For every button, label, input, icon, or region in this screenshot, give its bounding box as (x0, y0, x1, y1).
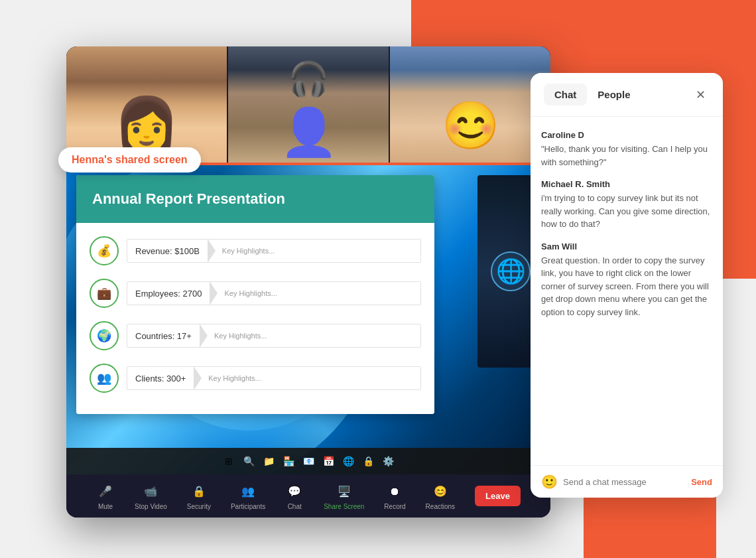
countries-metric: Countries: 17+ Key Highlights... (127, 324, 421, 348)
taskbar-search-icon: 🔍 (241, 454, 256, 468)
message-michael: Michael R. Smith i'm trying to to copy s… (541, 179, 712, 231)
stop-video-button[interactable]: 📹 Stop Video (135, 482, 167, 510)
record-button[interactable]: ⏺ Record (384, 482, 405, 510)
share-screen-icon: 🖥️ (335, 482, 353, 501)
screen-share-label: Henna's shared screen (58, 147, 201, 173)
message-text-sam: Great question. In order to copy the sur… (541, 254, 712, 319)
taskbar-calendar-icon: 📅 (321, 454, 336, 468)
mute-label: Mute (98, 503, 113, 510)
close-button[interactable]: ✕ (691, 86, 710, 104)
video-thumbnail-row (66, 46, 550, 163)
record-label: Record (384, 503, 405, 510)
message-caroline: Caroline D "Hello, thank you for visitin… (541, 130, 712, 169)
chat-messages-container: Caroline D "Hello, thank you for visitin… (531, 117, 723, 465)
reactions-label: Reactions (426, 503, 455, 510)
taskbar-edge-icon: 🌐 (341, 454, 355, 468)
taskbar-explorer-icon: 📁 (261, 454, 276, 468)
revenue-metric: Revenue: $100B Key Highlights... (127, 239, 421, 263)
tab-chat[interactable]: Chat (544, 84, 587, 105)
main-video-window: Annual Report Presentation 💰 Revenue: $1… (66, 46, 550, 518)
taskbar-start-icon: ⊞ (221, 454, 236, 468)
message-author-sam: Sam Will (541, 242, 712, 251)
chat-input-area: 🙂 Send (531, 465, 723, 498)
slide-row-clients: 👥 Clients: 300+ Key Highlights... (90, 361, 421, 395)
countries-arrow (200, 324, 208, 348)
security-label: Security (187, 503, 211, 510)
countries-label: Countries: 17+ (127, 331, 200, 341)
chat-panel: Chat People ✕ Caroline D "Hello, thank y… (531, 73, 723, 498)
employees-arrow (210, 281, 218, 305)
participants-label: Participants (231, 503, 265, 510)
countries-highlights: Key Highlights... (208, 332, 420, 340)
reactions-icon: 😊 (431, 482, 450, 501)
stop-video-label: Stop Video (135, 503, 167, 510)
clients-icon: 👥 (90, 364, 119, 393)
revenue-label: Revenue: $100B (127, 246, 208, 256)
countries-icon: 🌍 (90, 321, 119, 350)
win11-desktop: Annual Report Presentation 💰 Revenue: $1… (66, 165, 550, 474)
chat-message-input[interactable] (563, 477, 686, 487)
message-author-caroline: Caroline D (541, 130, 712, 140)
tab-people[interactable]: People (587, 84, 641, 105)
slide-row-employees: 💼 Employees: 2700 Key Highlights... (90, 276, 421, 311)
slide-row-countries: 🌍 Countries: 17+ Key Highlights... (90, 318, 421, 353)
slide-row-revenue: 💰 Revenue: $100B Key Highlights... (90, 234, 421, 268)
clients-label: Clients: 300+ (127, 374, 194, 384)
stop-video-icon: 📹 (141, 482, 160, 501)
presentation-slide: Annual Report Presentation 💰 Revenue: $1… (76, 175, 434, 414)
chat-header: Chat People ✕ (531, 73, 723, 117)
slide-content: 💰 Revenue: $100B Key Highlights... 💼 Emp… (76, 223, 434, 414)
video-thumb-1 (66, 46, 228, 163)
leave-button[interactable]: Leave (475, 486, 521, 506)
participants-icon: 👥 (239, 482, 257, 501)
revenue-arrow (208, 239, 216, 263)
meeting-toolbar: 🎤 Mute 📹 Stop Video 🔒 Security 👥 Partici… (66, 474, 550, 518)
shared-screen-area: Annual Report Presentation 💰 Revenue: $1… (66, 165, 550, 474)
chat-label: Chat (288, 503, 302, 510)
security-icon: 🔒 (190, 482, 208, 501)
message-text-michael: i'm trying to to copy survey link but it… (541, 192, 712, 231)
emoji-button[interactable]: 🙂 (541, 474, 558, 490)
revenue-highlights: Key Highlights... (216, 247, 420, 255)
employees-icon: 💼 (90, 279, 119, 308)
taskbar-settings-icon: ⚙️ (381, 454, 395, 468)
record-icon: ⏺ (385, 482, 404, 501)
clients-arrow (194, 366, 202, 390)
share-screen-button[interactable]: 🖥️ Share Screen (324, 482, 364, 510)
message-author-michael: Michael R. Smith (541, 179, 712, 189)
employees-highlights: Key Highlights... (218, 289, 420, 297)
video-thumb-2 (228, 46, 390, 163)
employees-label: Employees: 2700 (127, 289, 210, 299)
participants-button[interactable]: 👥 Participants (231, 482, 265, 510)
taskbar-lock-icon: 🔒 (361, 454, 375, 468)
clients-metric: Clients: 300+ Key Highlights... (127, 366, 421, 390)
reactions-button[interactable]: 😊 Reactions (426, 482, 455, 510)
mute-button[interactable]: 🎤 Mute (96, 482, 115, 510)
send-button[interactable]: Send (691, 477, 712, 487)
message-sam: Sam Will Great question. In order to cop… (541, 242, 712, 319)
revenue-icon: 💰 (90, 236, 119, 265)
win11-taskbar: ⊞ 🔍 📁 🏪 📧 📅 🌐 🔒 ⚙️ (66, 448, 550, 474)
mute-icon: 🎤 (96, 482, 115, 501)
chat-icon: 💬 (285, 482, 304, 501)
message-text-caroline: "Hello, thank you for visiting. Can I he… (541, 143, 712, 169)
taskbar-store-icon: 🏪 (281, 454, 296, 468)
globe-icon: 🌐 (491, 251, 531, 291)
slide-header: Annual Report Presentation (76, 175, 434, 223)
slide-title: Annual Report Presentation (92, 190, 285, 208)
employees-metric: Employees: 2700 Key Highlights... (127, 281, 421, 305)
clients-highlights: Key Highlights... (202, 374, 420, 382)
video-thumb-3 (390, 46, 550, 163)
security-button[interactable]: 🔒 Security (187, 482, 211, 510)
share-screen-label: Share Screen (324, 503, 364, 510)
taskbar-email-icon: 📧 (301, 454, 316, 468)
chat-button[interactable]: 💬 Chat (285, 482, 304, 510)
